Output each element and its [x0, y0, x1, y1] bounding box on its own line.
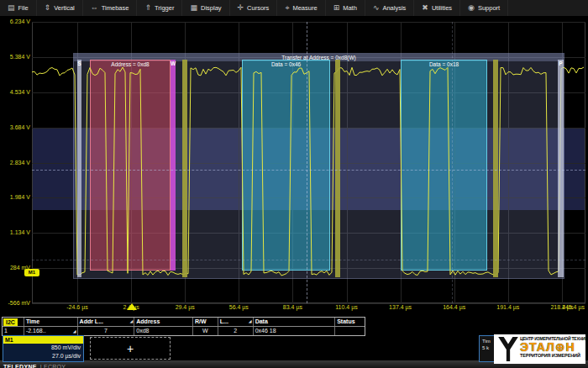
vertical-menu-icon: ⇕ — [45, 4, 51, 12]
m1-volts-per-div: 850 mV/div — [3, 344, 83, 352]
menu-bar: ▤File⇕Vertical⇔Timebase⇑Trigger▦Display✛… — [0, 0, 588, 17]
logo-name: ЭТАЛ⊕Н — [520, 341, 585, 353]
x-axis-label: 164.4 µs — [433, 304, 475, 310]
timebase-menu-icon: ⇔ — [91, 4, 98, 12]
menu-item-label-support: Support — [478, 4, 500, 12]
i2c-ack-bar — [182, 60, 187, 277]
i2c-data-box: Data = 0x46 — [242, 60, 330, 271]
menu-item-file[interactable]: ▤File — [0, 0, 37, 16]
y-axis-label: 6.234 V — [0, 18, 30, 24]
menu-item-label-measure: Measure — [292, 4, 317, 12]
menu-item-label-utilities: Utilities — [432, 4, 452, 12]
i2c-ack-bar — [335, 60, 340, 277]
m1-level-indicator[interactable]: M1 — [24, 269, 39, 276]
cell-rw: W — [193, 327, 218, 335]
table-row[interactable]: 1-2.168..◢70xd8W20x46 18 — [3, 327, 365, 335]
y-axis-label: 3.684 V — [0, 124, 30, 130]
menu-item-trigger[interactable]: ⇑Trigger — [137, 0, 182, 16]
menu-item-support[interactable]: ◉Support — [460, 0, 508, 16]
menu-item-label-display: Display — [201, 4, 222, 12]
measure-menu-icon: ⌖ — [285, 4, 289, 12]
y-axis-label: 4.534 V — [0, 89, 30, 95]
x-axis-label: 137.4 µs — [380, 304, 422, 310]
row-index: 1 — [3, 327, 24, 335]
m1-descriptor-title: M1 — [3, 336, 83, 344]
m1-descriptor-box[interactable]: M1 850 mV/div 27.0 µs/div — [3, 335, 84, 362]
table-header-time[interactable]: Time — [24, 318, 78, 326]
trigger-menu-icon: ⇑ — [144, 4, 151, 12]
i2c-write-bar: W — [171, 60, 176, 271]
oscilloscope-screen: ▤File⇕Vertical⇔Timebase⇑Trigger▦Display✛… — [0, 0, 588, 368]
menu-item-analysis[interactable]: ∿Analysis — [365, 0, 414, 16]
etalon-logo: ЦЕНТР ИЗМЕРИТЕЛЬНОЙ ТЕХНИКИ ЭТАЛ⊕Н ТЕРРИ… — [494, 334, 585, 364]
table-header-l[interactable]: L...◢ — [218, 318, 254, 326]
i2c-stop-bar-label: P — [558, 60, 564, 66]
table-header-rw[interactable]: R/W — [193, 318, 218, 326]
i2c-data-label: Data = 0x46 — [243, 61, 329, 67]
m1-time-per-div: 27.0 µs/div — [3, 352, 83, 360]
horizontal-level-line-2[interactable] — [32, 260, 585, 260]
decode-result-table: I2CTimeAddr L...◢AddressR/WL...◢DataStat… — [2, 317, 365, 336]
y-axis-label: 2.834 V — [0, 160, 30, 166]
i2c-tab[interactable]: I2C — [3, 318, 18, 326]
menu-item-label-vertical: Vertical — [54, 4, 75, 12]
table-header-data[interactable]: Data — [254, 318, 336, 326]
menu-item-vertical[interactable]: ⇕Vertical — [37, 0, 83, 16]
menu-item-label-cursors: Cursors — [247, 4, 269, 12]
cell-length: 2 — [218, 327, 254, 335]
x-axis-label: 56.4 µs — [218, 304, 260, 310]
y-axis-label: 1.134 V — [0, 229, 30, 235]
menu-item-utilities[interactable]: ✖Utilities — [414, 0, 460, 16]
menu-item-display[interactable]: ▦Display — [182, 0, 229, 16]
column-expand-icon[interactable]: ◢ — [129, 319, 133, 323]
cell-addr-length: 7 — [78, 327, 135, 335]
math-menu-icon: ⊞ — [333, 4, 340, 12]
i2c-address-label: Address = 0xd8 — [91, 61, 170, 67]
menu-item-measure[interactable]: ⌖Measure — [277, 0, 325, 16]
cell-time: -2.168..◢ — [24, 327, 78, 335]
menu-item-label-math: Math — [343, 4, 357, 12]
x-axis-label: 245.4 µs — [546, 304, 585, 310]
x-axis-label: -24.6 µs — [56, 304, 98, 310]
table-header-row: I2CTimeAddr L...◢AddressR/WL...◢DataStat… — [3, 318, 365, 327]
i2c-start-bar-label: S — [77, 60, 81, 66]
i2c-stop-bar: P — [558, 60, 564, 277]
horizontal-level-line-1[interactable] — [32, 170, 585, 171]
tuning-fork-icon — [497, 337, 519, 365]
x-axis-label: 29.4 µs — [164, 304, 206, 310]
trigger-position-marker[interactable] — [127, 303, 137, 310]
menu-item-timebase[interactable]: ⇔Timebase — [83, 0, 138, 16]
i2c-start-bar: S — [77, 60, 81, 277]
cell-data: 0x46 18 — [254, 327, 336, 335]
file-menu-icon: ▤ — [8, 4, 15, 12]
i2c-write-bar-label: W — [171, 60, 176, 66]
menu-item-math[interactable]: ⊞Math — [326, 0, 365, 16]
x-axis-label: 110.4 µs — [326, 304, 368, 310]
y-axis-label: 5.384 V — [0, 54, 30, 60]
y-axis-label: -566 mV — [0, 300, 30, 306]
cell-status — [335, 327, 365, 335]
add-trace-button[interactable]: + — [90, 337, 171, 360]
vertical-cursor-2[interactable] — [452, 22, 453, 303]
lecroy-logo-text: LECROY — [40, 364, 66, 368]
i2c-data-box: Data = 0x18 — [401, 60, 487, 271]
cell-truncated-icon: ◢ — [73, 329, 76, 334]
i2c-address-box: Address = 0xd8 — [90, 60, 171, 271]
support-menu-icon: ◉ — [468, 4, 475, 12]
x-axis-label: 191.4 µs — [487, 304, 529, 310]
table-header-address[interactable]: Address — [134, 318, 193, 326]
table-header-addrl[interactable]: Addr L...◢ — [78, 318, 135, 326]
teledyne-logo-text: TELEDYNE — [3, 364, 37, 368]
display-menu-icon: ▦ — [190, 4, 197, 12]
i2c-ack-bar — [493, 60, 498, 277]
column-expand-icon[interactable]: ◢ — [249, 319, 252, 323]
analysis-menu-icon: ∿ — [373, 4, 380, 12]
cell-address: 0xd8 — [134, 327, 193, 335]
menu-item-label-timebase: Timebase — [102, 4, 129, 12]
cursors-menu-icon: ✛ — [238, 4, 244, 12]
h-gridline — [32, 22, 585, 23]
table-header-status[interactable]: Status — [335, 318, 365, 326]
x-axis-label: 83.4 µs — [271, 304, 313, 310]
vertical-cursor-1[interactable] — [307, 22, 307, 303]
menu-item-cursors[interactable]: ✛Cursors — [230, 0, 278, 16]
